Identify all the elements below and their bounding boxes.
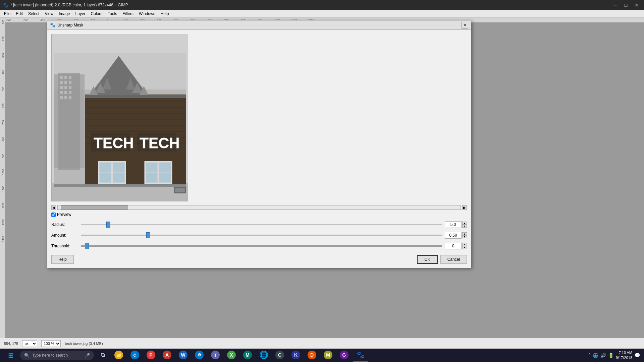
- taskbar-clock[interactable]: 7:10 AM 9/17/2018: [616, 350, 632, 361]
- menu-bar: File Edit Select View Image Layer Colors…: [0, 10, 644, 17]
- svg-text:1300: 1300: [2, 219, 5, 225]
- tray-battery[interactable]: 🔋: [608, 353, 614, 358]
- svg-text:-600: -600: [6, 19, 12, 22]
- taskbar-misc3[interactable]: D: [305, 349, 319, 362]
- ok-button[interactable]: OK: [417, 255, 437, 264]
- taskbar-file-explorer[interactable]: 📁: [111, 349, 126, 362]
- window-title: * [tech tower] (imported)-2.0 (RGB color…: [10, 3, 128, 7]
- taskbar-misc4[interactable]: G: [337, 349, 352, 362]
- taskview-button[interactable]: ⧉: [95, 349, 110, 362]
- dialog-close-button[interactable]: ✕: [462, 22, 468, 28]
- taskbar-matlab[interactable]: M: [321, 349, 335, 362]
- search-icon: 🔍: [24, 353, 30, 358]
- cancel-button[interactable]: Cancel: [440, 255, 467, 264]
- amount-down-btn[interactable]: ▼: [462, 235, 467, 238]
- taskbar-acrobat[interactable]: A: [160, 349, 174, 362]
- help-button[interactable]: Help: [51, 255, 74, 264]
- horizontal-scrollbar[interactable]: ◀ ▶: [51, 204, 467, 211]
- taskbar-ie[interactable]: e: [127, 349, 142, 362]
- taskbar-search[interactable]: 🔍 Type here to search 🎤: [20, 351, 94, 360]
- threshold-track[interactable]: [81, 245, 442, 247]
- taskbar-misc1[interactable]: M: [240, 349, 255, 362]
- menu-file[interactable]: File: [1, 10, 13, 17]
- taskbar-powerpoint[interactable]: P: [144, 349, 158, 362]
- minimize-button[interactable]: ─: [610, 1, 620, 9]
- scrollbar-track[interactable]: [57, 205, 461, 210]
- taskbar-teams[interactable]: T: [208, 349, 223, 362]
- threshold-value[interactable]: 0: [445, 243, 462, 249]
- radius-down-btn[interactable]: ▼: [462, 225, 467, 228]
- menu-colors[interactable]: Colors: [88, 10, 105, 17]
- taskbar-misc2[interactable]: K: [288, 349, 303, 362]
- taskbar-outlook[interactable]: ⚙: [192, 349, 207, 362]
- taskbar-word[interactable]: W: [176, 349, 191, 362]
- threshold-thumb[interactable]: [85, 243, 89, 249]
- menu-tools[interactable]: Tools: [105, 10, 120, 17]
- scroll-left-arrow[interactable]: ◀: [51, 205, 56, 210]
- menu-image[interactable]: Image: [56, 10, 72, 17]
- svg-text:1100: 1100: [2, 186, 5, 192]
- taskbar-gimp[interactable]: 🐾: [353, 349, 368, 362]
- radius-spinner[interactable]: ▲ ▼: [462, 222, 467, 228]
- sliders-section: Radius: 5.0 ▲ ▼ Amount: 0.50 ▲: [51, 221, 467, 250]
- amount-up-btn[interactable]: ▲: [462, 232, 467, 235]
- taskbar-date-value: 9/17/2018: [616, 355, 632, 360]
- start-button[interactable]: ⊞: [3, 349, 19, 362]
- menu-layer[interactable]: Layer: [73, 10, 88, 17]
- outlook-icon: ⚙: [195, 351, 204, 359]
- zoom-select[interactable]: 100 % 50 % 200 %: [41, 340, 61, 347]
- taskbar-excel[interactable]: X: [224, 349, 239, 362]
- radius-track[interactable]: [81, 224, 442, 225]
- svg-rect-48: [64, 81, 67, 84]
- taskbar-time-value: 7:10 AM: [616, 350, 632, 355]
- radius-label: Radius:: [51, 222, 78, 227]
- radius-up-btn[interactable]: ▲: [462, 222, 467, 225]
- maximize-button[interactable]: □: [621, 1, 631, 9]
- close-button[interactable]: ✕: [632, 1, 641, 9]
- svg-text:-500: -500: [23, 19, 29, 22]
- menu-edit[interactable]: Edit: [13, 10, 25, 17]
- radius-value[interactable]: 5.0: [445, 221, 462, 228]
- amount-thumb[interactable]: [146, 232, 150, 238]
- svg-rect-47: [60, 81, 63, 84]
- menu-select[interactable]: Select: [25, 10, 42, 17]
- threshold-spinner[interactable]: ▲ ▼: [462, 243, 467, 249]
- unsharp-mask-dialog: 🐾 Unsharp Mask ✕: [47, 20, 471, 268]
- teams-icon: T: [211, 351, 220, 359]
- amount-spinner[interactable]: ▲ ▼: [462, 232, 467, 238]
- powerpoint-icon: P: [147, 351, 155, 359]
- svg-rect-52: [69, 86, 71, 89]
- preview-checkbox-row[interactable]: Preview: [51, 212, 467, 217]
- svg-rect-51: [64, 86, 67, 89]
- tray-volume[interactable]: 🔊: [600, 353, 606, 358]
- unit-select[interactable]: px mm in: [22, 340, 37, 347]
- scrollbar-thumb[interactable]: [61, 205, 128, 209]
- menu-view[interactable]: View: [42, 10, 56, 17]
- amount-track[interactable]: [81, 235, 442, 236]
- coordinates: -554, 175: [3, 342, 18, 346]
- excel-icon: X: [227, 351, 236, 359]
- menu-windows[interactable]: Windows: [136, 10, 158, 17]
- amount-value[interactable]: 0.50: [445, 232, 462, 239]
- taskbar-chrome[interactable]: 🌐: [256, 349, 271, 362]
- dialog-icon: 🐾: [50, 22, 55, 27]
- threshold-up-btn[interactable]: ▲: [462, 243, 467, 246]
- menu-filters[interactable]: Filters: [120, 10, 136, 17]
- svg-rect-76: [85, 95, 186, 98]
- svg-text:1000: 1000: [2, 169, 5, 175]
- svg-rect-21: [0, 17, 5, 351]
- tray-arrow[interactable]: ^: [588, 353, 591, 358]
- svg-rect-53: [60, 91, 63, 94]
- tray-network[interactable]: 🌐: [593, 353, 598, 358]
- svg-rect-57: [64, 96, 67, 99]
- preview-checkbox-input[interactable]: [51, 213, 56, 217]
- svg-rect-55: [69, 91, 71, 94]
- preview-checkbox-label[interactable]: Preview: [57, 212, 71, 217]
- taskbar-calculator[interactable]: C: [272, 349, 287, 362]
- threshold-down-btn[interactable]: ▼: [462, 246, 467, 249]
- radius-thumb[interactable]: [106, 222, 110, 228]
- scroll-right-arrow[interactable]: ▶: [462, 205, 467, 210]
- tray-notification[interactable]: 💬: [634, 353, 640, 358]
- menu-help[interactable]: Help: [158, 10, 172, 17]
- svg-text:100: 100: [2, 19, 5, 24]
